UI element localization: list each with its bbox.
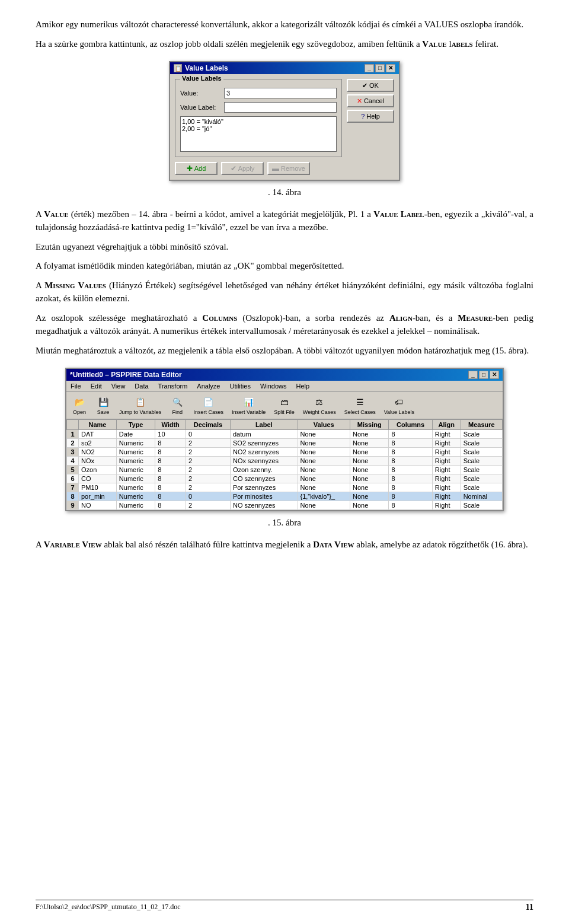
- toolbar-split-file[interactable]: 🗃 Split File: [271, 394, 298, 417]
- cell-columns: 8: [389, 483, 432, 492]
- minimize-button[interactable]: _: [365, 64, 374, 72]
- menu-file[interactable]: File: [69, 382, 83, 390]
- value-labels-label: Value Labels: [384, 409, 414, 415]
- menu-windows[interactable]: Windows: [258, 382, 289, 390]
- jump-icon: 📋: [134, 396, 147, 409]
- toolbar-value-labels[interactable]: 🏷 Value Labels: [381, 394, 417, 417]
- split-file-icon: 🗃: [278, 396, 291, 409]
- cell-label: NOx szennyzes: [231, 457, 298, 466]
- menu-help[interactable]: Help: [295, 382, 312, 390]
- cell-type: Numeric: [116, 474, 155, 483]
- editor-close-button[interactable]: ✕: [490, 371, 499, 379]
- toolbar-save[interactable]: 💾 Save: [92, 394, 114, 417]
- paragraph-6: A folyamat ismétlődik minden kategóriába…: [36, 259, 533, 273]
- open-label: Open: [73, 409, 86, 415]
- toolbar-select-cases[interactable]: ☰ Select Cases: [341, 394, 379, 417]
- menu-utilities[interactable]: Utilities: [228, 382, 252, 390]
- label-field-label: Value Label:: [180, 104, 222, 111]
- paragraph-7: A Missing Values (Hiányzó Értékek) segít…: [36, 279, 533, 305]
- cell-measure: Nominal: [461, 492, 502, 501]
- editor-titlebar: *Untitled0 – PSPPIRE Data Editor _ □ ✕: [66, 369, 503, 381]
- menu-analyze[interactable]: Analyze: [195, 382, 222, 390]
- cell-type: Numeric: [116, 466, 155, 474]
- cell-type: Date: [116, 430, 155, 439]
- menu-edit[interactable]: Edit: [89, 382, 104, 390]
- row-number: 4: [67, 457, 79, 466]
- apply-button[interactable]: ✔ Apply: [221, 162, 264, 175]
- action-buttons: ✚ Add ✔ Apply ▬ Remove: [175, 162, 342, 175]
- cell-label: NO szennyzes: [231, 501, 298, 510]
- ok-button[interactable]: ✔ OK: [347, 79, 394, 92]
- value-labels-dialog: 📋 Value Labels _ □ ✕ Value Labels V: [169, 61, 400, 181]
- cell-label: Ozon szenny.: [231, 466, 298, 474]
- row-number: 8: [67, 492, 79, 501]
- cell-label: datum: [231, 430, 298, 439]
- toolbar-insert-cases[interactable]: 📄 Insert Cases: [190, 394, 226, 417]
- close-button[interactable]: ✕: [386, 64, 395, 72]
- cell-name: NO2: [79, 448, 117, 457]
- editor-table-container: Name Type Width Decimals Label Values Mi…: [66, 419, 503, 510]
- cell-name: por_min: [79, 492, 117, 501]
- select-cases-icon: ☰: [353, 396, 366, 409]
- apply-label: Apply: [238, 165, 255, 172]
- toolbar-weight-cases[interactable]: ⚖ Weight Cases: [300, 394, 339, 417]
- add-button[interactable]: ✚ Add: [175, 162, 218, 175]
- menu-transform[interactable]: Transform: [156, 382, 190, 390]
- cell-decimals: 2: [186, 501, 230, 510]
- row-number: 2: [67, 439, 79, 448]
- cell-type: Numeric: [116, 457, 155, 466]
- open-icon: 📂: [73, 396, 86, 409]
- menu-view[interactable]: View: [110, 382, 127, 390]
- cancel-button[interactable]: ✕ Cancel: [347, 94, 394, 107]
- col-align: Align: [432, 420, 461, 430]
- toolbar-find[interactable]: 🔍 Find: [167, 394, 188, 417]
- col-width: Width: [155, 420, 186, 430]
- value-labels-icon: 🏷: [392, 396, 405, 409]
- footer-path: F:\Utolso\2_ea\doc\PSPP_utmutato_11_02_1…: [36, 903, 181, 912]
- cell-label: CO szennyzes: [231, 474, 298, 483]
- data-editor-window: *Untitled0 – PSPPIRE Data Editor _ □ ✕ F…: [65, 368, 504, 511]
- cell-columns: 8: [389, 457, 432, 466]
- cell-missing: None: [350, 501, 389, 510]
- editor-minimize-button[interactable]: _: [468, 371, 478, 379]
- titlebar-buttons: _ □ ✕: [365, 64, 395, 72]
- toolbar-jump[interactable]: 📋 Jump to Variables: [116, 394, 164, 417]
- help-button[interactable]: ? Help: [347, 110, 394, 123]
- editor-table: Name Type Width Decimals Label Values Mi…: [66, 419, 503, 510]
- paragraph-1: Amikor egy numerikus változót charactere…: [36, 18, 533, 31]
- value-field-row: Value:: [180, 88, 337, 98]
- save-label: Save: [97, 409, 110, 415]
- cell-columns: 8: [389, 466, 432, 474]
- cell-columns: 8: [389, 474, 432, 483]
- editor-maximize-button[interactable]: □: [479, 371, 488, 379]
- figure-15-caption: . 15. ábra: [36, 516, 533, 530]
- cell-decimals: 2: [186, 474, 230, 483]
- cell-measure: Scale: [461, 430, 502, 439]
- cell-align: Right: [432, 466, 461, 474]
- row-number: 9: [67, 501, 79, 510]
- cell-width: 8: [155, 457, 186, 466]
- remove-button[interactable]: ▬ Remove: [267, 162, 310, 175]
- cell-type: Numeric: [116, 501, 155, 510]
- toolbar-open[interactable]: 📂 Open: [69, 394, 90, 417]
- cell-columns: 8: [389, 448, 432, 457]
- values-list[interactable]: 1,00 = "kiváló" 2,00 = "jó": [180, 116, 337, 152]
- cell-columns: 8: [389, 439, 432, 448]
- toolbar-insert-variable[interactable]: 📊 Insert Variable: [229, 394, 268, 417]
- titlebar-left: 📋 Value Labels: [174, 64, 228, 72]
- menu-data[interactable]: Data: [133, 382, 150, 390]
- cell-columns: 8: [389, 501, 432, 510]
- cell-align: Right: [432, 457, 461, 466]
- cell-missing: None: [350, 448, 389, 457]
- cell-values: None: [298, 448, 350, 457]
- cell-missing: None: [350, 457, 389, 466]
- label-input[interactable]: [224, 102, 337, 113]
- cell-decimals: 2: [186, 448, 230, 457]
- editor-titlebar-buttons: _ □ ✕: [468, 371, 499, 379]
- cell-measure: Scale: [461, 457, 502, 466]
- maximize-button[interactable]: □: [375, 64, 385, 72]
- value-input[interactable]: [224, 88, 337, 98]
- cell-missing: None: [350, 474, 389, 483]
- cell-measure: Scale: [461, 439, 502, 448]
- cell-decimals: 2: [186, 457, 230, 466]
